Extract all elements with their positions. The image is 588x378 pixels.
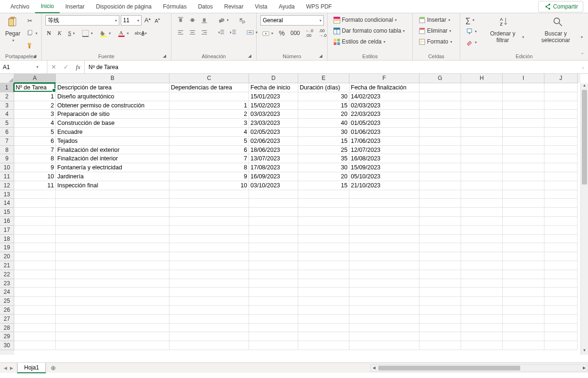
cell[interactable] [461, 324, 503, 333]
formula-input[interactable]: Nº de Tarea [85, 61, 579, 73]
cell[interactable] [544, 146, 578, 155]
column-header[interactable]: C [169, 74, 249, 83]
cell[interactable]: 8 [169, 163, 249, 172]
font-name-select[interactable]: ▾ [45, 15, 119, 26]
cell[interactable]: 6 [169, 146, 249, 155]
cell[interactable] [169, 332, 249, 341]
cell[interactable] [169, 243, 249, 252]
cell[interactable] [544, 235, 578, 244]
row-header[interactable]: 23 [0, 279, 14, 288]
cell[interactable] [169, 252, 249, 261]
row-header[interactable]: 19 [0, 243, 14, 252]
name-box[interactable]: ▾ [0, 61, 47, 73]
cell[interactable]: Obtener permiso de construcción [56, 101, 169, 110]
cell[interactable] [544, 315, 578, 324]
cell[interactable] [14, 199, 56, 208]
cell[interactable] [461, 261, 503, 270]
row-header[interactable]: 29 [0, 332, 14, 341]
cell[interactable] [461, 306, 503, 315]
cell[interactable] [298, 217, 349, 226]
cell[interactable] [169, 92, 249, 101]
cell[interactable] [544, 83, 578, 92]
horizontal-scroll-thumb[interactable] [378, 366, 520, 370]
delete-cells-button[interactable]: Eliminar▾ [417, 26, 453, 35]
horizontal-scrollbar[interactable]: ◀ ▶ [370, 364, 588, 372]
cell[interactable]: 01/06/2023 [349, 128, 419, 137]
cell[interactable]: 15 [298, 101, 349, 110]
scroll-up-button[interactable]: ▲ [581, 83, 588, 90]
cell[interactable] [56, 332, 169, 341]
cell[interactable] [56, 341, 169, 350]
row-header[interactable]: 26 [0, 306, 14, 315]
row-header[interactable]: 6 [0, 128, 14, 137]
cell[interactable] [503, 110, 544, 119]
cell[interactable]: 16/09/2023 [249, 172, 298, 181]
cell[interactable] [349, 288, 419, 297]
row-header[interactable]: 1 [0, 83, 14, 92]
cell[interactable] [56, 315, 169, 324]
cell[interactable]: Fecha de inicio [249, 83, 298, 92]
cell[interactable] [56, 243, 169, 252]
cell[interactable] [461, 154, 503, 163]
scroll-right-button[interactable]: ▶ [581, 366, 588, 370]
cell[interactable] [544, 119, 578, 128]
cell[interactable]: 14/02/2023 [349, 92, 419, 101]
cell[interactable] [461, 297, 503, 306]
row-header[interactable]: 3 [0, 101, 14, 110]
cell[interactable] [349, 332, 419, 341]
column-header[interactable]: H [461, 74, 503, 83]
cell[interactable] [419, 110, 461, 119]
cell[interactable] [503, 324, 544, 333]
cell[interactable]: 40 [298, 119, 349, 128]
row-header[interactable]: 18 [0, 235, 14, 244]
number-dialog-launcher[interactable]: ◢ [318, 53, 323, 59]
cell[interactable] [14, 332, 56, 341]
cell[interactable] [503, 261, 544, 270]
cell[interactable] [349, 190, 419, 199]
align-center-button[interactable] [187, 27, 197, 37]
cell[interactable] [461, 92, 503, 101]
cell[interactable] [544, 101, 578, 110]
cell[interactable] [249, 217, 298, 226]
cell[interactable] [14, 226, 56, 235]
cell[interactable] [544, 208, 578, 217]
cell[interactable] [461, 110, 503, 119]
row-header[interactable]: 22 [0, 270, 14, 279]
cell[interactable] [56, 199, 169, 208]
phonetic-button[interactable]: abcA̲▾ [134, 28, 148, 38]
cell[interactable] [249, 235, 298, 244]
cell[interactable] [461, 83, 503, 92]
cell[interactable] [419, 270, 461, 279]
number-format-select[interactable]: ▾ [260, 15, 324, 26]
cell[interactable] [349, 297, 419, 306]
cell[interactable] [419, 128, 461, 137]
cell[interactable]: 30 [298, 128, 349, 137]
cell[interactable] [249, 208, 298, 217]
conditional-format-button[interactable]: Formato condicional▾ [331, 15, 398, 25]
format-as-table-button[interactable]: Dar formato como tabla▾ [331, 26, 406, 35]
cell[interactable] [419, 306, 461, 315]
collapse-ribbon-button[interactable]: ⌃ [580, 52, 584, 57]
cell[interactable] [249, 190, 298, 199]
cell[interactable] [503, 235, 544, 244]
column-header[interactable]: I [503, 74, 544, 83]
cell[interactable] [503, 154, 544, 163]
cell[interactable] [461, 288, 503, 297]
tab-home[interactable]: Inicio [35, 0, 60, 13]
cell[interactable] [461, 101, 503, 110]
cell[interactable] [349, 252, 419, 261]
cell[interactable]: Fontanería y electricidad [56, 163, 169, 172]
accept-formula-button[interactable]: ✓ [60, 63, 72, 70]
row-header[interactable]: 24 [0, 288, 14, 297]
column-header[interactable]: A [14, 74, 56, 83]
increase-decimal-button[interactable]: ←.0.00 [304, 28, 314, 38]
cell[interactable]: 2 [14, 101, 56, 110]
cell[interactable] [544, 279, 578, 288]
cell[interactable] [503, 101, 544, 110]
cell[interactable]: 15/02/2023 [249, 101, 298, 110]
cell[interactable] [544, 261, 578, 270]
cell[interactable] [14, 243, 56, 252]
cell[interactable] [461, 243, 503, 252]
cell[interactable] [298, 341, 349, 350]
cell[interactable] [349, 341, 419, 350]
